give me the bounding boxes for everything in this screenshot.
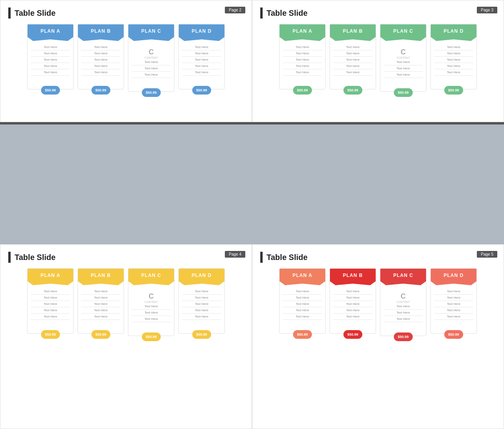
slide-4: Table Slide Page 4 PLAN A Text Here Text… bbox=[0, 244, 252, 429]
plan-price-2-d: $50.99 bbox=[192, 86, 211, 95]
plan-card-5-a: PLAN A Text Here Text Here Text Here Tex… bbox=[279, 268, 326, 334]
plan-card-2-d: PLAN D Text Here Text Here Text Here Tex… bbox=[178, 24, 225, 89]
plan-header-2-a: PLAN A bbox=[28, 24, 73, 37]
slide-2: Table Slide Page 2 PLAN A Text Here Text… bbox=[0, 0, 252, 122]
plan-body-2-b: Text Here Text Here Text Here Text Here … bbox=[78, 37, 124, 78]
plan-row: Text Here bbox=[132, 59, 171, 65]
plan-logo-sub-5-c: CONTENT bbox=[384, 301, 423, 303]
title-bar-2: Table Slide bbox=[8, 7, 244, 19]
plan-row: Text Here bbox=[81, 314, 120, 320]
plan-card-4-c: PLAN C C CONTENT Text Here Text Here Tex… bbox=[128, 268, 174, 336]
plan-body-2-c: C CONTENT Text Here Text Here Text Here bbox=[128, 37, 174, 80]
plan-row: Text Here bbox=[434, 314, 473, 320]
plan-row: Text Here bbox=[434, 50, 473, 57]
plan-body-5-d: Text Here Text Here Text Here Text Here … bbox=[431, 281, 476, 322]
plan-card-2-a: PLAN A Text Here Text Here Text Here Tex… bbox=[27, 24, 74, 89]
plan-logo-sub-4-c: CONTENT bbox=[132, 301, 171, 303]
plan-row: Text Here bbox=[384, 303, 423, 310]
plan-row: Text Here bbox=[283, 307, 322, 314]
plan-row: Text Here bbox=[81, 44, 120, 50]
plan-price-5-d: $50.99 bbox=[444, 330, 463, 339]
plan-row: Text Here bbox=[182, 314, 221, 320]
plan-card-3-d: PLAN D Text Here Text Here Text Here Tex… bbox=[430, 24, 477, 89]
plan-header-3-b: PLAN B bbox=[330, 24, 376, 37]
plan-row: Text Here bbox=[283, 301, 322, 307]
plan-row: Text Here bbox=[283, 63, 322, 69]
plan-row: Text Here bbox=[132, 65, 171, 72]
plan-body-4-d: Text Here Text Here Text Here Text Here … bbox=[179, 281, 224, 322]
plan-row: Text Here bbox=[283, 288, 322, 295]
plan-row: Text Here bbox=[384, 316, 423, 322]
page-badge-2: Page 2 bbox=[225, 7, 245, 13]
plan-price-4-d: $50.99 bbox=[192, 330, 211, 339]
plan-row: Text Here bbox=[333, 314, 372, 320]
title-bar-5: Table Slide bbox=[260, 252, 496, 263]
plan-logo-sub-2-c: CONTENT bbox=[132, 56, 171, 59]
plan-row: Text Here bbox=[333, 301, 372, 307]
plan-price-4-b: $50.99 bbox=[91, 330, 110, 339]
plan-row: Text Here bbox=[434, 301, 473, 307]
plan-row: Text Here bbox=[333, 44, 372, 50]
plan-row: Text Here bbox=[283, 57, 322, 63]
plan-row: Text Here bbox=[333, 295, 372, 301]
plan-row: Text Here bbox=[283, 69, 322, 76]
plan-row: Text Here bbox=[81, 307, 120, 314]
plan-row: Text Here bbox=[81, 69, 120, 76]
plan-row: Text Here bbox=[434, 63, 473, 69]
plan-header-4-d: PLAN D bbox=[179, 269, 224, 281]
slide-title-4: Table Slide bbox=[15, 253, 244, 262]
plan-row: Text Here bbox=[81, 295, 120, 301]
plan-logo-5-c: C bbox=[384, 288, 423, 301]
plan-row: Text Here bbox=[31, 44, 70, 50]
plan-row: Text Here bbox=[132, 310, 171, 316]
plan-row: Text Here bbox=[434, 295, 473, 301]
plan-row: Text Here bbox=[384, 310, 423, 316]
plan-header-5-d: PLAN D bbox=[431, 269, 476, 281]
plan-card-3-a: PLAN A Text Here Text Here Text Here Tex… bbox=[279, 24, 326, 89]
plan-price-3-a: $50.99 bbox=[293, 86, 312, 95]
plan-price-4-a: $50.99 bbox=[41, 330, 60, 339]
plan-card-4-a: PLAN A Text Here Text Here Text Here Tex… bbox=[27, 268, 74, 334]
slide-5: Table Slide Page 5 PLAN A Text Here Text… bbox=[252, 244, 504, 429]
plan-body-3-d: Text Here Text Here Text Here Text Here … bbox=[431, 37, 476, 78]
slide-title-2: Table Slide bbox=[15, 9, 244, 18]
plan-row: Text Here bbox=[333, 63, 372, 69]
accent-bar-4 bbox=[8, 252, 11, 263]
plan-row: Text Here bbox=[132, 303, 171, 310]
plan-card-4-b: PLAN B Text Here Text Here Text Here Tex… bbox=[78, 268, 124, 334]
plan-header-4-c: PLAN C bbox=[128, 269, 174, 281]
plan-row: Text Here bbox=[434, 44, 473, 50]
plan-price-3-d: $50.99 bbox=[444, 86, 463, 95]
plan-row: Text Here bbox=[81, 301, 120, 307]
plan-card-5-b: PLAN B Text Here Text Here Text Here Tex… bbox=[330, 268, 376, 334]
plan-row: Text Here bbox=[434, 288, 473, 295]
title-bar-3: Table Slide bbox=[260, 7, 496, 19]
slides-grid: Table Slide Page 2 PLAN A Text Here Text… bbox=[0, 0, 504, 429]
plan-row: Text Here bbox=[81, 50, 120, 57]
plan-row: Text Here bbox=[434, 307, 473, 314]
page-badge-3: Page 3 bbox=[477, 7, 497, 13]
plan-row: Text Here bbox=[31, 295, 70, 301]
slide-title-3: Table Slide bbox=[267, 9, 496, 18]
plan-header-2-c: PLAN C bbox=[128, 24, 174, 37]
plan-price-4-c: $50.99 bbox=[142, 332, 161, 341]
plan-row: Text Here bbox=[434, 69, 473, 76]
page-badge-4: Page 4 bbox=[225, 251, 245, 258]
plan-header-5-c: PLAN C bbox=[380, 269, 426, 281]
plan-row: Text Here bbox=[81, 63, 120, 69]
plans-container-2: PLAN A Text Here Text Here Text Here Tex… bbox=[8, 24, 244, 92]
plan-body-3-a: Text Here Text Here Text Here Text Here … bbox=[280, 37, 325, 78]
plan-row: Text Here bbox=[31, 63, 70, 69]
plan-row: Text Here bbox=[182, 307, 221, 314]
plan-row: Text Here bbox=[333, 57, 372, 63]
plan-row: Text Here bbox=[384, 72, 423, 78]
plan-header-3-a: PLAN A bbox=[280, 24, 325, 37]
plan-body-5-c: C CONTENT Text Here Text Here Text Here bbox=[380, 281, 426, 325]
plan-row: Text Here bbox=[31, 57, 70, 63]
plan-body-5-a: Text Here Text Here Text Here Text Here … bbox=[280, 281, 325, 322]
plan-price-2-b: $50.99 bbox=[91, 86, 110, 95]
plans-container-5: PLAN A Text Here Text Here Text Here Tex… bbox=[260, 268, 496, 336]
plan-row: Text Here bbox=[333, 307, 372, 314]
plan-header-4-b: PLAN B bbox=[78, 269, 124, 281]
plan-price-5-a: $50.99 bbox=[293, 330, 312, 339]
